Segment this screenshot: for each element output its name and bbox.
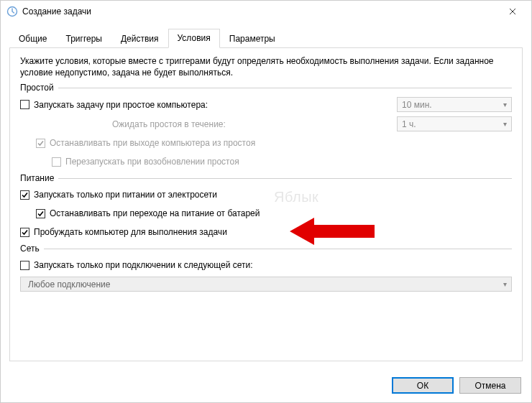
row-stop-on-idle-end: Останавливать при выходе компьютера из п… <box>20 136 512 150</box>
chevron-down-icon: ▾ <box>503 120 507 128</box>
wake-to-run-label: Пробуждать компьютер для выполнения зада… <box>34 227 227 237</box>
network-select-value: Любое подключение <box>28 279 110 289</box>
close-button[interactable] <box>496 1 528 22</box>
group-network-label: Сеть <box>20 244 44 254</box>
wake-to-run-checkbox[interactable]: Пробуждать компьютер для выполнения зада… <box>20 227 227 237</box>
tab-conditions[interactable]: Условия <box>168 29 220 48</box>
ok-button[interactable]: ОК <box>392 377 454 394</box>
stop-on-idle-end-checkbox: Останавливать при выходе компьютера из п… <box>36 138 255 148</box>
stop-on-battery-label: Останавливать при переходе на питание от… <box>50 208 260 218</box>
tab-actions[interactable]: Действия <box>111 29 168 48</box>
tab-strip: Общие Триггеры Действия Условия Параметр… <box>9 28 523 48</box>
idle-wait-select: 1 ч. ▾ <box>397 116 512 131</box>
tab-settings[interactable]: Параметры <box>220 29 285 48</box>
idle-wait-value: 1 ч. <box>402 119 416 129</box>
start-on-network-label: Запускать только при подключении к следу… <box>34 260 253 270</box>
restart-on-idle-label: Перезапускать при возобновлении простоя <box>65 157 239 167</box>
row-network-select: Любое подключение ▾ <box>20 277 512 292</box>
window-title: Создание задачи <box>22 6 91 17</box>
tab-pane-conditions: Укажите условия, которые вместе с тригге… <box>9 48 523 361</box>
conditions-description: Укажите условия, которые вместе с тригге… <box>20 55 512 78</box>
row-start-on-ac: Запускать только при питании от электрос… <box>20 187 512 202</box>
row-idle-wait: Ожидать простоя в течение: 1 ч. ▾ <box>20 116 512 131</box>
idle-duration-value: 10 мин. <box>402 100 432 110</box>
idle-wait-label: Ожидать простоя в течение: <box>20 119 226 129</box>
group-idle-label: Простой <box>20 83 58 93</box>
client-area: Общие Триггеры Действия Условия Параметр… <box>1 22 531 361</box>
group-power: Питание <box>20 173 512 183</box>
restart-on-idle-checkbox: Перезапускать при возобновлении простоя <box>52 157 239 167</box>
titlebar: Создание задачи <box>1 1 531 22</box>
row-wake-to-run: Пробуждать компьютер для выполнения зада… <box>20 225 512 239</box>
start-on-ac-label: Запускать только при питании от электрос… <box>34 190 217 200</box>
start-if-idle-label: Запускать задачу при простое компьютера: <box>34 100 208 110</box>
app-icon <box>6 6 18 17</box>
tab-general[interactable]: Общие <box>9 29 56 48</box>
row-stop-on-battery: Останавливать при переходе на питание от… <box>20 206 512 221</box>
start-on-ac-checkbox[interactable]: Запускать только при питании от электрос… <box>20 190 217 200</box>
row-restart-on-idle: Перезапускать при возобновлении простоя <box>20 154 512 169</box>
chevron-down-icon: ▾ <box>503 101 507 108</box>
start-on-network-checkbox[interactable]: Запускать только при подключении к следу… <box>20 260 253 270</box>
idle-duration-select: 10 мин. ▾ <box>397 97 512 112</box>
stop-on-battery-checkbox[interactable]: Останавливать при переходе на питание от… <box>36 208 260 218</box>
stop-on-idle-end-label: Останавливать при выходе компьютера из п… <box>50 138 255 148</box>
network-select: Любое подключение ▾ <box>20 277 512 292</box>
row-start-on-network: Запускать только при подключении к следу… <box>20 258 512 272</box>
group-network: Сеть <box>20 244 512 254</box>
row-start-if-idle: Запускать задачу при простое компьютера:… <box>20 97 512 112</box>
chevron-down-icon: ▾ <box>503 280 507 288</box>
tab-triggers[interactable]: Триггеры <box>56 29 111 48</box>
start-if-idle-checkbox[interactable]: Запускать задачу при простое компьютера: <box>20 100 208 110</box>
dialog-buttons: ОК Отмена <box>392 377 521 394</box>
cancel-button[interactable]: Отмена <box>459 377 521 394</box>
group-idle: Простой <box>20 83 512 93</box>
group-power-label: Питание <box>20 173 58 183</box>
window: Создание задачи Общие Триггеры Действия … <box>0 0 532 403</box>
